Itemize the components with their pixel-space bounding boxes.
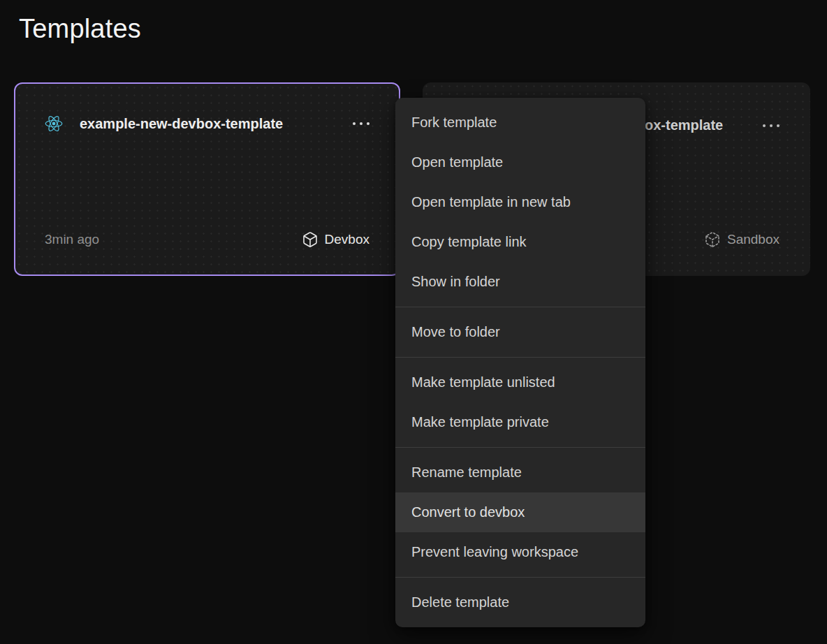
templates-page: Templates example-new-devbox-template 3m… <box>0 0 827 644</box>
timestamp: 3min ago <box>45 232 99 247</box>
menu-section: Make template unlisted Make template pri… <box>395 357 645 447</box>
more-options-button[interactable] <box>763 124 780 127</box>
menu-item-show-in-folder[interactable]: Show in folder <box>395 262 645 302</box>
card-header: example-new-devbox-template <box>45 115 369 133</box>
menu-item-prevent-leaving-workspace[interactable]: Prevent leaving workspace <box>395 532 645 572</box>
type-label: Sandbox <box>727 232 780 247</box>
template-context-menu: Fork template Open template Open templat… <box>395 98 645 627</box>
menu-item-open-template-new-tab[interactable]: Open template in new tab <box>395 182 645 222</box>
page-title: Templates <box>19 14 141 44</box>
menu-section: Move to folder <box>395 307 645 357</box>
menu-section: Delete template <box>395 577 645 627</box>
menu-section: Fork template Open template Open templat… <box>395 98 645 307</box>
menu-item-rename-template[interactable]: Rename template <box>395 453 645 492</box>
sandbox-badge: Sandbox <box>704 231 780 248</box>
template-name-partial: ox-template <box>645 117 723 133</box>
menu-item-fork-template[interactable]: Fork template <box>395 103 645 142</box>
template-name: example-new-devbox-template <box>80 116 283 132</box>
menu-item-make-template-private[interactable]: Make template private <box>395 402 645 442</box>
menu-item-convert-to-devbox[interactable]: Convert to devbox <box>395 492 645 532</box>
devbox-badge: Devbox <box>302 231 369 248</box>
menu-item-delete-template[interactable]: Delete template <box>395 583 645 622</box>
cube-icon <box>302 231 319 248</box>
menu-item-copy-template-link[interactable]: Copy template link <box>395 222 645 262</box>
menu-item-make-template-unlisted[interactable]: Make template unlisted <box>395 363 645 402</box>
type-label: Devbox <box>325 232 369 247</box>
menu-item-move-to-folder[interactable]: Move to folder <box>395 312 645 352</box>
menu-item-open-template[interactable]: Open template <box>395 142 645 182</box>
template-card-devbox[interactable]: example-new-devbox-template 3min ago Dev… <box>14 82 400 276</box>
card-footer: 3min ago Devbox <box>45 231 369 248</box>
menu-section: Rename template Convert to devbox Preven… <box>395 447 645 577</box>
more-options-button[interactable] <box>353 122 369 125</box>
react-icon <box>45 115 63 133</box>
dashed-cube-icon <box>704 231 721 248</box>
